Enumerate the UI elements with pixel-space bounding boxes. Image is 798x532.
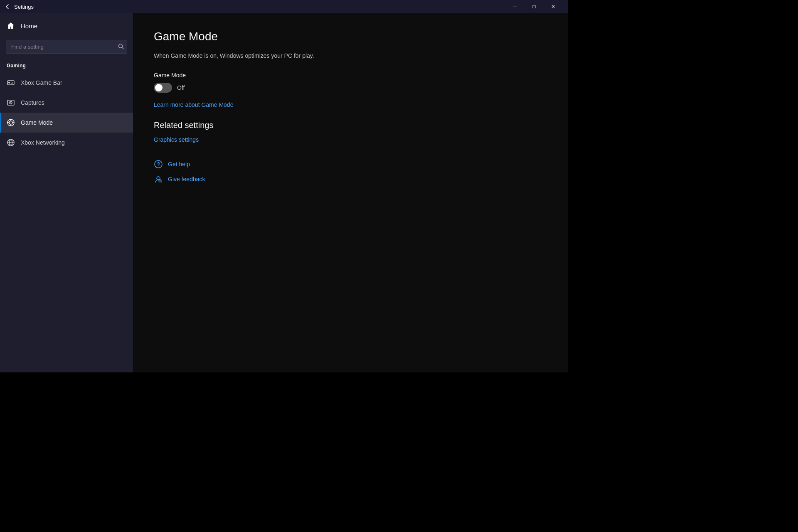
home-icon xyxy=(7,22,15,30)
game-mode-toggle-row: Off xyxy=(154,83,547,93)
titlebar-controls: ─ □ ✕ xyxy=(505,0,563,13)
minimize-button[interactable]: ─ xyxy=(505,0,525,13)
toggle-thumb xyxy=(155,84,163,91)
get-help-item[interactable]: ? Get help xyxy=(154,160,547,169)
game-mode-icon xyxy=(7,118,15,127)
xbox-game-bar-icon xyxy=(7,79,15,87)
maximize-button[interactable]: □ xyxy=(525,0,544,13)
graphics-settings-link[interactable]: Graphics settings xyxy=(154,136,199,143)
sidebar-item-label: Xbox Networking xyxy=(21,139,65,146)
sidebar-item-label: Captures xyxy=(21,99,44,106)
sidebar: Home Gaming xyxy=(0,13,133,372)
get-help-icon: ? xyxy=(154,160,163,169)
svg-point-11 xyxy=(10,102,11,103)
page-title: Game Mode xyxy=(154,30,547,43)
sidebar-item-xbox-networking[interactable]: Xbox Networking xyxy=(0,133,133,153)
sidebar-item-label: Game Mode xyxy=(21,119,53,126)
svg-point-5 xyxy=(12,82,12,83)
search-input[interactable] xyxy=(6,40,127,54)
back-button[interactable] xyxy=(5,4,10,9)
sidebar-item-captures[interactable]: Captures xyxy=(0,93,133,113)
page-description: When Game Mode is on, Windows optimizes … xyxy=(154,52,547,60)
sidebar-item-label: Xbox Game Bar xyxy=(21,79,62,86)
svg-point-6 xyxy=(12,83,13,84)
svg-line-1 xyxy=(122,47,124,49)
xbox-networking-icon xyxy=(7,138,15,147)
app-body: Home Gaming xyxy=(0,13,568,372)
titlebar: Settings ─ □ ✕ xyxy=(0,0,568,13)
svg-rect-4 xyxy=(8,82,10,83)
search-button[interactable] xyxy=(118,43,124,50)
game-mode-setting-label: Game Mode xyxy=(154,72,547,79)
svg-point-25 xyxy=(158,162,159,163)
captures-icon xyxy=(7,99,15,107)
learn-more-link[interactable]: Learn more about Game Mode xyxy=(154,101,233,108)
help-section: ? Get help Give feedback xyxy=(154,160,547,184)
main-content: Game Mode When Game Mode is on, Windows … xyxy=(133,13,568,372)
sidebar-item-game-mode[interactable]: Game Mode xyxy=(0,113,133,133)
close-button[interactable]: ✕ xyxy=(544,0,563,13)
get-help-link[interactable]: Get help xyxy=(168,161,190,167)
sidebar-section-label: Gaming xyxy=(0,60,133,73)
svg-point-7 xyxy=(11,83,12,84)
svg-point-13 xyxy=(9,121,12,124)
sidebar-item-xbox-game-bar[interactable]: Xbox Game Bar xyxy=(0,73,133,93)
game-mode-toggle[interactable] xyxy=(154,83,172,93)
home-label: Home xyxy=(21,22,37,30)
toggle-status: Off xyxy=(177,84,185,91)
give-feedback-link[interactable]: Give feedback xyxy=(168,176,205,182)
svg-point-8 xyxy=(12,84,12,84)
sidebar-item-home[interactable]: Home xyxy=(0,13,133,38)
toggle-track xyxy=(154,83,172,93)
give-feedback-icon xyxy=(154,175,163,184)
give-feedback-item[interactable]: Give feedback xyxy=(154,175,547,184)
titlebar-title: Settings xyxy=(14,4,505,10)
search-container xyxy=(6,40,127,54)
related-settings-title: Related settings xyxy=(154,121,547,130)
